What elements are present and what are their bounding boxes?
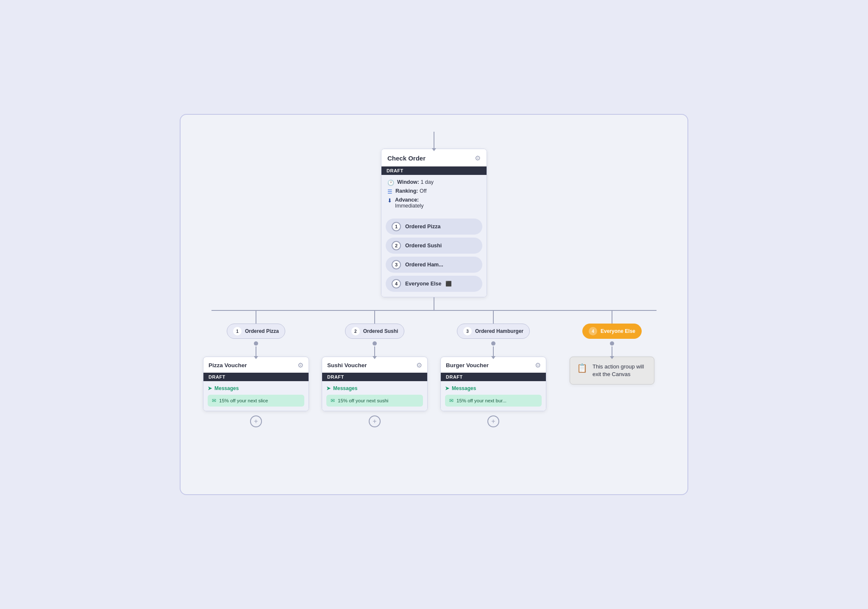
pizza-messages-label: ➤ Messages (208, 385, 304, 392)
burger-messages-text: Messages (452, 385, 476, 391)
ranking-icon: ☰ (387, 188, 392, 195)
sushi-voucher-gear[interactable]: ⚙ (416, 361, 422, 369)
pizza-voucher-header: Pizza Voucher ⚙ (203, 357, 309, 373)
branch-num-1: 1 (392, 222, 401, 231)
branch-option-2[interactable]: 2 Ordered Sushi (386, 238, 482, 254)
card-details: 🕐 Window: 1 day ☰ Ranking: Off ⬇ Advance… (381, 175, 487, 215)
branch-num-2: 2 (392, 241, 401, 250)
chip-num-1: 1 (233, 327, 242, 335)
burger-voucher-title: Burger Voucher (446, 362, 489, 368)
sushi-messages-text: Messages (333, 385, 357, 391)
exit-text: This action group will exit the Canvas (593, 363, 647, 378)
advance-detail: ⬇ Advance: Immediately (387, 197, 481, 209)
sushi-draft-badge: DRAFT (322, 373, 427, 381)
sushi-voucher-card: Sushi Voucher ⚙ DRAFT ➤ Messages ✉ 15% o… (322, 357, 428, 411)
branch-col-3: 3 Ordered Hamburger Burger Voucher ⚙ DRA… (440, 311, 546, 427)
burger-message-item: ✉ 15% off your next bur... (445, 395, 542, 407)
sushi-message-item: ✉ 15% off your next sushi (326, 395, 423, 407)
branch4-arrow-line (612, 346, 612, 357)
burger-voucher-header: Burger Voucher ⚙ (441, 357, 546, 373)
branch-chip-1[interactable]: 1 Ordered Pizza (227, 324, 285, 339)
branch4-dot (610, 341, 614, 346)
advance-label: Advance: (395, 197, 423, 203)
pizza-add-button[interactable]: + (250, 415, 262, 427)
pizza-message-text: 15% off your next slice (219, 398, 268, 403)
canvas-container: Check Order ⚙ DRAFT 🕐 Window: 1 day ☰ Ra… (180, 114, 688, 495)
branch2-dot (373, 341, 377, 346)
center-vertical-line (434, 297, 434, 310)
exit-icon: 📋 (577, 363, 587, 373)
chip-num-4: 4 (589, 327, 597, 335)
branch-col-2: 2 Ordered Sushi Sushi Voucher ⚙ DRAFT ➤ … (322, 311, 428, 427)
sushi-voucher-title: Sushi Voucher (327, 362, 367, 368)
window-label: Window: (397, 179, 419, 185)
sushi-email-icon: ✉ (331, 398, 335, 404)
horizontal-branch-line (211, 310, 657, 311)
ranking-detail: ☰ Ranking: Off (387, 188, 481, 195)
pizza-draft-badge: DRAFT (203, 373, 309, 381)
branch4-vline-top (612, 311, 612, 324)
branch1-arrow-line (256, 346, 256, 357)
chip-label-1: Ordered Pizza (245, 328, 279, 334)
draft-badge: DRAFT (381, 166, 487, 175)
branch-options: 1 Ordered Pizza 2 Ordered Sushi 3 Ordere… (381, 215, 487, 297)
branch-option-1[interactable]: 1 Ordered Pizza (386, 219, 482, 235)
pizza-email-icon: ✉ (212, 398, 216, 404)
card-header: Check Order ⚙ (381, 149, 487, 166)
card-title: Check Order (387, 155, 426, 162)
branch-option-4[interactable]: 4 Everyone Else ⬛ (386, 276, 482, 292)
branches-row: 1 Ordered Pizza Pizza Voucher ⚙ DRAFT ➤ … (193, 311, 675, 427)
burger-send-icon: ➤ (445, 385, 449, 391)
burger-voucher-content: ➤ Messages ✉ 15% off your next bur... (441, 381, 546, 411)
advance-icon: ⬇ (387, 197, 392, 204)
window-detail: 🕐 Window: 1 day (387, 179, 481, 186)
burger-add-button[interactable]: + (487, 415, 499, 427)
pizza-voucher-card: Pizza Voucher ⚙ DRAFT ➤ Messages ✉ 15% o… (203, 357, 309, 411)
flow-wrapper: Check Order ⚙ DRAFT 🕐 Window: 1 day ☰ Ra… (193, 132, 675, 427)
branch-option-3[interactable]: 3 Ordered Ham... (386, 257, 482, 273)
sushi-voucher-header: Sushi Voucher ⚙ (322, 357, 427, 373)
sushi-message-text: 15% off your next sushi (338, 398, 388, 403)
chip-label-3: Ordered Hamburger (475, 328, 523, 334)
gear-icon[interactable]: ⚙ (475, 154, 481, 162)
sushi-voucher-content: ➤ Messages ✉ 15% off your next sushi (322, 381, 427, 411)
burger-voucher-card: Burger Voucher ⚙ DRAFT ➤ Messages ✉ 15% … (440, 357, 546, 411)
branch-num-3: 3 (392, 260, 401, 269)
branch3-arrow-line (493, 346, 494, 357)
top-arrow-line (434, 132, 434, 149)
burger-message-text: 15% off your next bur... (456, 398, 506, 403)
branch-label-2: Ordered Sushi (405, 243, 442, 249)
branch-chip-3[interactable]: 3 Ordered Hamburger (457, 324, 530, 339)
branch-label-3: Ordered Ham... (405, 262, 443, 268)
sushi-add-button[interactable]: + (369, 415, 381, 427)
branch3-dot (491, 341, 495, 346)
burger-draft-badge: DRAFT (441, 373, 546, 381)
burger-email-icon: ✉ (449, 398, 453, 404)
burger-messages-label: ➤ Messages (445, 385, 542, 392)
sushi-messages-label: ➤ Messages (326, 385, 423, 392)
chip-num-3: 3 (463, 327, 472, 335)
clock-icon: 🕐 (387, 180, 394, 186)
branch-icon-everyone: ⬛ (445, 281, 452, 287)
chip-label-2: Ordered Sushi (363, 328, 398, 334)
branch-chip-2[interactable]: 2 Ordered Sushi (345, 324, 405, 339)
branch3-vline-top (493, 311, 494, 324)
advance-value: Immediately (395, 203, 423, 209)
branch-label-1: Ordered Pizza (405, 224, 440, 230)
pizza-voucher-content: ➤ Messages ✉ 15% off your next slice (203, 381, 309, 411)
pizza-message-item: ✉ 15% off your next slice (208, 395, 304, 407)
branch-chip-everyone[interactable]: 4 Everyone Else (582, 324, 642, 339)
sushi-send-icon: ➤ (326, 385, 331, 391)
ranking-value: Off (420, 188, 426, 194)
branch-num-4: 4 (392, 279, 401, 288)
burger-voucher-gear[interactable]: ⚙ (535, 361, 541, 369)
pizza-send-icon: ➤ (208, 385, 212, 391)
branch1-dot (254, 341, 258, 346)
branch2-vline-top (374, 311, 375, 324)
pizza-voucher-gear[interactable]: ⚙ (298, 361, 303, 369)
pizza-messages-text: Messages (214, 385, 239, 391)
pizza-voucher-title: Pizza Voucher (209, 362, 247, 368)
chip-num-2: 2 (351, 327, 360, 335)
branch1-vline-top (256, 311, 256, 324)
check-order-card: Check Order ⚙ DRAFT 🕐 Window: 1 day ☰ Ra… (381, 149, 487, 297)
